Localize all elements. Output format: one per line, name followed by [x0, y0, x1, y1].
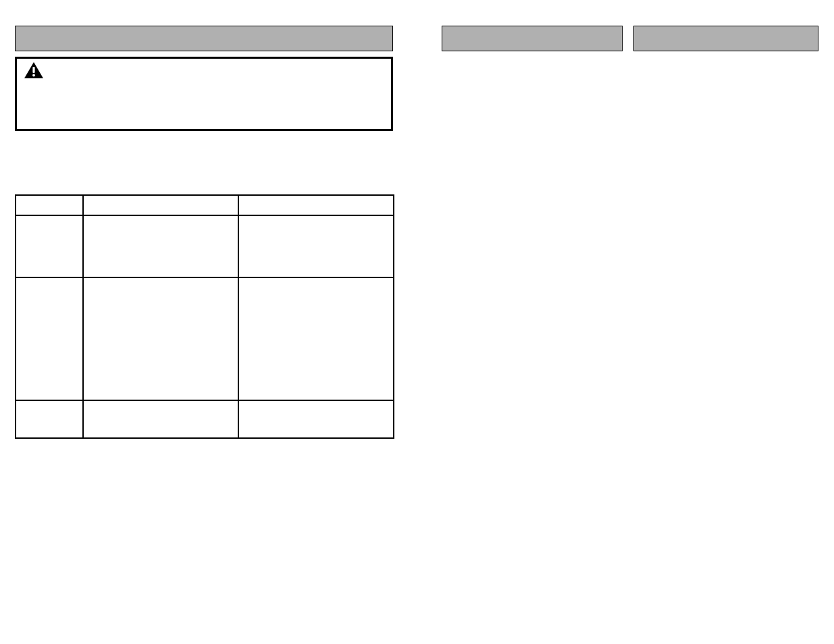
- table-cell: [16, 400, 83, 438]
- table-header-cell: [238, 195, 394, 215]
- table-cell: [83, 215, 238, 277]
- table-row: [16, 277, 394, 400]
- mid-column: [442, 26, 623, 51]
- warning-label: [47, 64, 384, 72]
- svg-point-1: [32, 74, 35, 77]
- warning-box: [15, 57, 393, 131]
- table-cell: [83, 277, 238, 400]
- table-header-row: [16, 195, 394, 215]
- table-header-cell: [16, 195, 83, 215]
- left-section-header: [15, 26, 393, 51]
- table-row: [16, 400, 394, 438]
- table-cell: [83, 400, 238, 438]
- right-column: [633, 26, 818, 51]
- table-cell: [238, 400, 394, 438]
- table-cell: [238, 277, 394, 400]
- right-section-header: [633, 26, 818, 51]
- table-header-cell: [83, 195, 238, 215]
- left-section-header-text: [16, 23, 26, 41]
- right-section-header-text: [634, 23, 645, 41]
- table-cell: [238, 215, 394, 277]
- table-cell: [16, 277, 83, 400]
- warning-icon: [24, 61, 44, 79]
- mid-section-header: [442, 26, 623, 51]
- warning-text: [24, 72, 384, 80]
- mid-section-header-text: [442, 23, 453, 41]
- svg-rect-0: [32, 67, 34, 73]
- left-column: [15, 26, 393, 439]
- table-cell: [16, 215, 83, 277]
- table-row: [16, 215, 394, 277]
- spec-table: [15, 194, 394, 439]
